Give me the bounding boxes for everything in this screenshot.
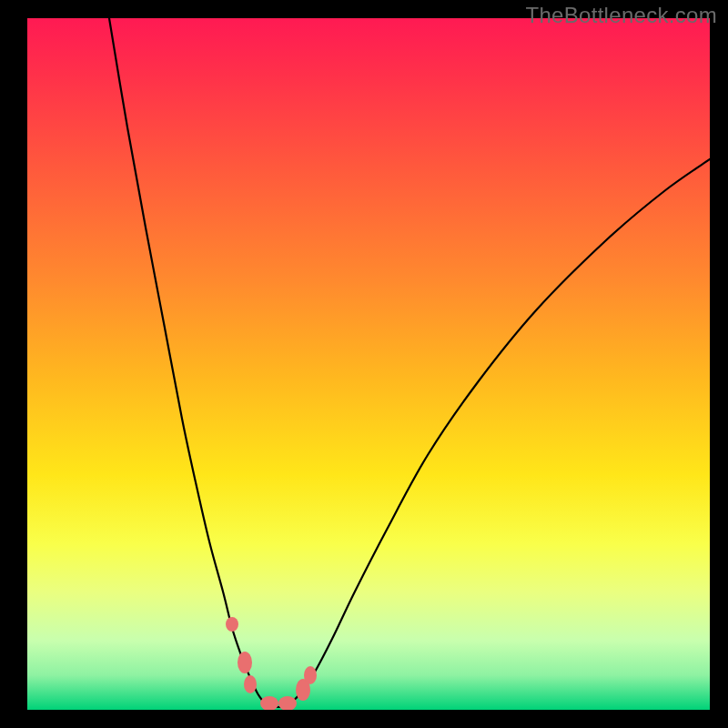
data-point-marker bbox=[278, 696, 297, 710]
data-point-marker bbox=[260, 696, 278, 710]
chart-plot-area bbox=[27, 18, 710, 710]
data-point-markers bbox=[226, 617, 317, 710]
data-point-marker bbox=[304, 666, 317, 684]
data-point-marker bbox=[238, 652, 252, 673]
curve-right-branch bbox=[291, 159, 710, 703]
watermark-text: TheBottleneck.com bbox=[525, 3, 717, 28]
data-point-marker bbox=[244, 675, 257, 693]
bottleneck-curve bbox=[27, 18, 710, 710]
curve-left-branch bbox=[109, 18, 264, 703]
data-point-marker bbox=[226, 617, 238, 632]
